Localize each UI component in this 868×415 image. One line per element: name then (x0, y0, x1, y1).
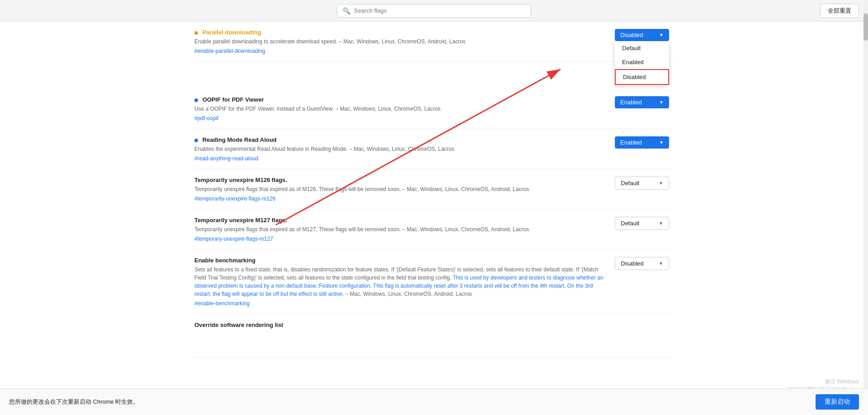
flag-title-oopif-pdf: OOPIF for PDF Viewer (194, 96, 606, 103)
flag-title-benchmarking: Enable benchmarking (194, 257, 606, 264)
flag-link-unexpire-m127[interactable]: #temporary-unexpire-flags-m127 (194, 236, 273, 242)
flag-item-benchmarking: Enable benchmarking Sets all features to… (194, 250, 674, 314)
dropdown-button-parallel-downloading[interactable]: Disabled ▼ (615, 29, 669, 41)
flag-item-unexpire-m127: Temporarily unexpire M127 flags. Tempora… (194, 210, 674, 250)
dropdown-unexpire-m126[interactable]: Default ▼ (615, 177, 669, 190)
flag-control-unexpire-m127: Default ▼ (615, 217, 674, 230)
flag-info-unexpire-m127: Temporarily unexpire M127 flags. Tempora… (194, 217, 606, 242)
dropdown-option-disabled[interactable]: Disabled (615, 69, 669, 85)
chevron-down-icon-2: ▼ (659, 100, 664, 105)
flag-info-override-software: Override software rendering list (194, 322, 674, 330)
dropdown-option-default[interactable]: Default (615, 41, 669, 55)
flag-link-parallel-downloading[interactable]: #enable-parallel-downloading (194, 48, 265, 54)
flag-desc-unexpire-m126: Temporarily unexpire flags that expired … (194, 185, 606, 193)
dropdown-button-oopif-pdf[interactable]: Enabled ▼ (615, 96, 669, 108)
flag-control-reading-mode: Enabled ▼ (615, 136, 674, 149)
top-bar: 🔍 全部重置 (0, 0, 868, 22)
flag-item-override-software: Override software rendering list (194, 314, 674, 358)
flag-desc-parallel-downloading: Enable parallel downloading to accelerat… (194, 37, 606, 46)
flag-control-benchmarking: Disabled ▼ (615, 257, 674, 270)
flag-item-oopif-pdf: OOPIF for PDF Viewer Use a OOPIF for the… (194, 89, 674, 129)
flag-title-override-software: Override software rendering list (194, 322, 674, 328)
reset-all-button[interactable]: 全部重置 (820, 4, 859, 18)
dropdown-button-benchmarking[interactable]: Disabled ▼ (615, 257, 669, 270)
scrollbar-thumb[interactable] (863, 14, 868, 41)
flag-control-parallel-downloading: Disabled ▼ Default Enabled Disabled (615, 29, 674, 41)
flag-info-reading-mode: Reading Mode Read Aloud Enables the expe… (194, 136, 606, 162)
flag-item-unexpire-m126: Temporarily unexpire M126 flags. Tempora… (194, 169, 674, 210)
flag-link-oopif-pdf[interactable]: #pdf-oopif (194, 115, 218, 121)
flag-title-unexpire-m127: Temporarily unexpire M127 flags. (194, 217, 606, 224)
chevron-down-icon-5: ▼ (659, 221, 663, 226)
flag-dot-parallel-downloading (194, 31, 198, 35)
dropdown-benchmarking[interactable]: Disabled ▼ (615, 257, 669, 270)
flag-desc-unexpire-m127: Temporarily unexpire flags that expired … (194, 225, 606, 233)
dropdown-menu-parallel-downloading: Default Enabled Disabled (615, 41, 669, 85)
flag-title-unexpire-m126: Temporarily unexpire M126 flags. (194, 177, 606, 183)
dropdown-reading-mode[interactable]: Enabled ▼ (615, 136, 669, 149)
dropdown-unexpire-m127[interactable]: Default ▼ (615, 217, 669, 230)
flag-desc-benchmarking: Sets all features to a fixed state; that… (194, 266, 606, 298)
scrollbar[interactable] (863, 0, 868, 358)
flag-info-oopif-pdf: OOPIF for PDF Viewer Use a OOPIF for the… (194, 96, 606, 121)
dropdown-option-enabled[interactable]: Enabled (615, 55, 669, 69)
flag-control-unexpire-m126: Default ▼ (615, 177, 674, 190)
flag-info-unexpire-m126: Temporarily unexpire M126 flags. Tempora… (194, 177, 606, 202)
chevron-down-icon-6: ▼ (659, 261, 663, 266)
flag-info-parallel-downloading: Parallel downloading Enable parallel dow… (194, 29, 606, 54)
chevron-down-icon-3: ▼ (659, 140, 664, 145)
main-content: Parallel downloading Enable parallel dow… (185, 22, 683, 358)
dropdown-button-unexpire-m126[interactable]: Default ▼ (615, 177, 669, 190)
flag-title-parallel-downloading: Parallel downloading (194, 29, 606, 36)
flag-item-reading-mode: Reading Mode Read Aloud Enables the expe… (194, 129, 674, 169)
flag-link-benchmarking[interactable]: #enable-benchmarking (194, 300, 250, 307)
flag-desc-oopif-pdf: Use a OOPIF for the PDF Viewer, instead … (194, 105, 606, 113)
flag-dot-reading-mode (194, 139, 198, 142)
search-icon: 🔍 (343, 7, 350, 14)
flag-title-reading-mode: Reading Mode Read Aloud (194, 136, 606, 143)
flag-item-parallel-downloading: Parallel downloading Enable parallel dow… (194, 22, 674, 62)
flag-desc-reading-mode: Enables the experimental Read Aloud feat… (194, 145, 606, 153)
dropdown-button-reading-mode[interactable]: Enabled ▼ (615, 136, 669, 149)
flag-link-unexpire-m126[interactable]: #temporarily-unexpire-flags-m126 (194, 196, 275, 202)
flag-info-benchmarking: Enable benchmarking Sets all features to… (194, 257, 606, 307)
dropdown-parallel-downloading[interactable]: Disabled ▼ Default Enabled Disabled (615, 29, 669, 41)
chevron-down-icon-4: ▼ (659, 181, 663, 186)
dropdown-button-unexpire-m127[interactable]: Default ▼ (615, 217, 669, 230)
dropdown-oopif-pdf[interactable]: Enabled ▼ (615, 96, 669, 108)
search-box[interactable]: 🔍 (337, 4, 531, 18)
chevron-down-icon: ▼ (659, 33, 664, 37)
flag-link-reading-mode[interactable]: #read-anything-read-aloud (194, 155, 258, 162)
flag-dot-oopif-pdf (194, 98, 198, 102)
search-input[interactable] (354, 7, 525, 14)
flag-control-oopif-pdf: Enabled ▼ (615, 96, 674, 108)
